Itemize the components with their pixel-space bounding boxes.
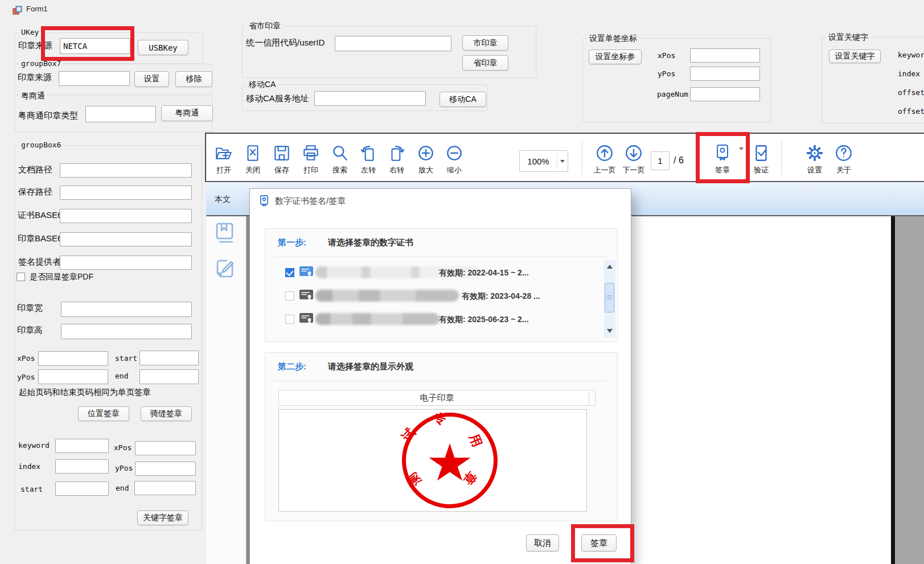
toolbar-prev-page[interactable]: 上一页 xyxy=(589,142,621,175)
toolbar-separator-2 xyxy=(781,141,782,175)
mobileca-addr-input[interactable] xyxy=(314,91,426,106)
toolbar-verify[interactable]: 验证 xyxy=(745,142,777,175)
doc-path-label: 文档路径 xyxy=(18,164,52,175)
coord-ypos-input[interactable] xyxy=(690,67,760,81)
page-number-input[interactable] xyxy=(651,151,670,170)
cert2-checkbox[interactable] xyxy=(285,291,294,300)
sign-dialog: 数字证书签名/签章 第一步: 请选择签章的数字证书 有效期: 2022-04-1… xyxy=(249,188,631,564)
seal-source2-input[interactable] xyxy=(59,71,130,86)
scrollbar-thumb[interactable] xyxy=(605,283,614,312)
cert1-validity: 有效期: 2022-04-15 ~ 2... xyxy=(439,268,529,278)
start-label: start xyxy=(115,354,137,363)
toolbar-next-page[interactable]: 下一页 xyxy=(618,142,650,175)
cross-page-sign-button[interactable]: 骑缝签章 xyxy=(141,406,192,421)
kw-xpos-input[interactable] xyxy=(135,441,196,455)
yst-type-input[interactable] xyxy=(85,106,156,122)
cert3-checkbox[interactable] xyxy=(285,315,294,324)
kw-xpos-label: xPos xyxy=(114,443,132,452)
province-seal-button[interactable]: 省印章 xyxy=(462,55,508,71)
scroll-up-icon[interactable] xyxy=(607,265,613,269)
seal-height-input[interactable] xyxy=(61,324,192,339)
appearance-tab[interactable]: 电子印章 xyxy=(278,390,596,406)
set-coord-button[interactable]: 设置坐标参 xyxy=(589,50,642,64)
coord-pagenum-input[interactable] xyxy=(690,87,760,101)
step2-label: 第二步: xyxy=(278,361,306,372)
appearance-tab-label: 电子印章 xyxy=(420,393,454,404)
usbkey-button[interactable]: USBKey xyxy=(138,40,188,55)
cert2-validity: 有效期: 2023-04-28 ... xyxy=(462,291,540,302)
remove-button[interactable]: 移除 xyxy=(175,71,212,87)
viewer-sidebar xyxy=(206,216,247,564)
userid-input[interactable] xyxy=(335,36,451,51)
toolbar-close[interactable]: 关闭 xyxy=(237,142,269,175)
save-path-input[interactable] xyxy=(60,186,192,200)
kwgrp-index-label: index xyxy=(898,69,920,78)
save-path-label: 保存路径 xyxy=(18,187,52,197)
toolbar-about[interactable]: 关于 xyxy=(828,142,860,175)
provider-input[interactable] xyxy=(60,256,192,270)
yst-type-label: 粤商通印章类型 xyxy=(18,110,78,121)
toolbar-rotate-left[interactable]: 左转 xyxy=(352,142,384,175)
set-button[interactable]: 设置 xyxy=(134,71,169,87)
question-icon xyxy=(828,142,860,163)
appearance-tab-divider xyxy=(589,392,589,405)
start-input[interactable] xyxy=(139,351,199,365)
city-seal-button[interactable]: 市印章 xyxy=(462,35,508,51)
kw-start-input[interactable] xyxy=(55,481,109,496)
coord-xpos-input[interactable] xyxy=(690,48,760,63)
form1-window: Form1 UKey 印章来源 USBKey groupBox7 印章来源 设置… xyxy=(0,0,924,564)
seal-source2-label: 印章来源 xyxy=(18,72,52,83)
zoom-combo[interactable]: 100% xyxy=(519,150,568,172)
keyword-sign-button[interactable]: 关键字签章 xyxy=(137,511,188,525)
mobileca-addr-label: 移动CA服务地址 xyxy=(246,93,309,104)
dialog-title: 数字证书签名/签章 xyxy=(275,196,346,207)
scroll-down-icon[interactable] xyxy=(607,329,613,333)
end-label: end xyxy=(115,372,128,380)
toolbar-open[interactable]: 打开 xyxy=(208,142,240,175)
toolbar-print[interactable]: 打印 xyxy=(295,142,327,175)
cert-list-scrollbar[interactable] xyxy=(604,260,615,337)
ypos-input[interactable] xyxy=(38,369,108,384)
toolbar-search[interactable]: 搜索 xyxy=(324,142,356,175)
toolbar-save[interactable]: 保存 xyxy=(266,142,298,175)
annotate-icon[interactable] xyxy=(214,256,236,281)
kwgrp-offsety-label: offsetY xyxy=(898,107,924,116)
bookmark-icon[interactable] xyxy=(214,222,236,246)
index-input[interactable] xyxy=(55,459,109,474)
cert2-name-redacted xyxy=(315,290,459,302)
doc-path-input[interactable] xyxy=(60,163,192,178)
keyword-input[interactable] xyxy=(55,439,109,453)
provider-label: 签名提供者 xyxy=(18,257,61,267)
group-ukey-label: UKey xyxy=(19,28,41,36)
kw-start-label: start xyxy=(20,485,43,493)
seal-width-input[interactable] xyxy=(61,302,192,317)
coord-ypos-label: yPos xyxy=(658,69,675,78)
single-page-note: 起始页码和结束页码相同为单页签章 xyxy=(19,387,151,398)
cert1-checkbox[interactable] xyxy=(285,268,294,277)
xpos-input[interactable] xyxy=(38,351,108,366)
document-tab[interactable]: 本文 xyxy=(215,195,231,205)
cert-base64-input[interactable] xyxy=(60,209,192,223)
end-input[interactable] xyxy=(139,369,199,384)
rotate-right-icon xyxy=(381,142,413,163)
viewer-right-margin xyxy=(895,216,924,564)
set-keyword-button[interactable]: 设置关键字 xyxy=(829,50,881,63)
group-box6-label: groupBox6 xyxy=(19,141,63,149)
position-sign-button[interactable]: 位置签章 xyxy=(78,406,129,421)
group-yst-label: 粤商通 xyxy=(19,91,47,101)
cancel-button[interactable]: 取消 xyxy=(526,534,559,551)
echo-pdf-checkbox[interactable] xyxy=(17,273,25,281)
toolbar-zoom-in[interactable]: 放大 xyxy=(410,142,442,175)
seal-base64-input[interactable] xyxy=(60,232,192,246)
toolbar-rotate-right[interactable]: 右转 xyxy=(381,142,413,175)
userid-label: 统一信用代码/userID xyxy=(246,38,325,48)
toolbar-settings[interactable]: 设置 xyxy=(799,142,831,175)
group-mobileca-label: 移动CA xyxy=(247,80,278,90)
keyword-label: keyword xyxy=(18,441,50,450)
yst-button[interactable]: 粤商通 xyxy=(161,105,213,121)
echo-pdf-label: 是否回显签章PDF xyxy=(30,272,93,282)
toolbar-zoom-out[interactable]: 缩小 xyxy=(438,142,470,175)
kw-end-input[interactable] xyxy=(134,481,196,495)
mobileca-button[interactable]: 移动CA xyxy=(440,92,486,107)
kw-ypos-input[interactable] xyxy=(135,462,196,476)
